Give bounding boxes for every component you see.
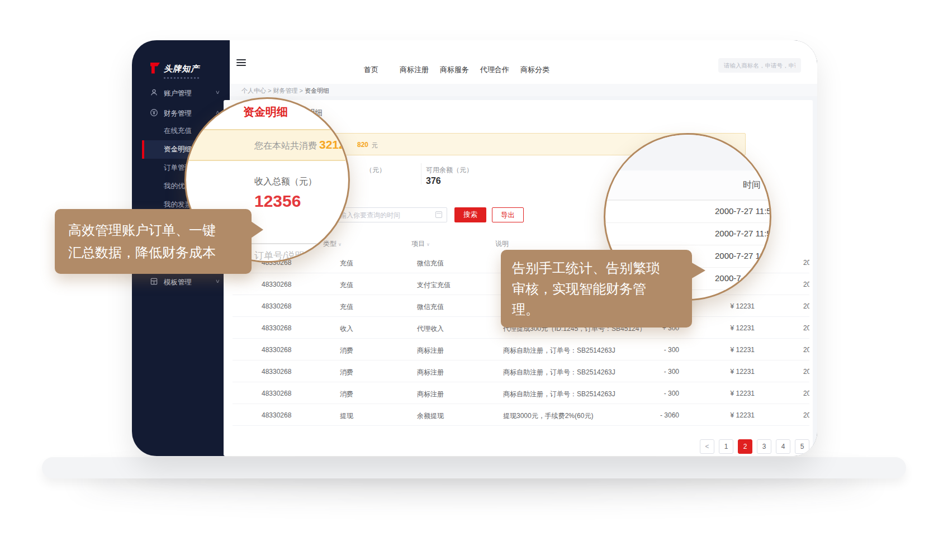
lens-banner-text: 您在本站共消费 xyxy=(254,140,317,152)
callout-arrow-icon xyxy=(251,221,263,238)
cell-desc: 商标自助注册，订单号：SB2514263J xyxy=(503,368,615,377)
cell-type: 提现 xyxy=(340,411,353,421)
callout-right: 告别手工统计、告别繁琐 审核，实现智能财务管 理。 xyxy=(501,250,692,328)
cell-order-no: 48330268 xyxy=(262,411,291,419)
top-navbar: 首页商标注册商标服务代理合作商标分类 xyxy=(230,40,817,84)
cell-amount: - 300 xyxy=(634,368,679,376)
cell-time: 2000-7-27 11:58:03 xyxy=(803,324,809,332)
callout-text: 审核，实现智能财务管 xyxy=(512,278,692,299)
cell-time: 2000-7-27 11:58:03 xyxy=(803,411,809,419)
table-row: 48330268消费商标注册商标自助注册，订单号：SB2514263J- 300… xyxy=(233,382,809,404)
table-row: 48330268消费商标注册商标自助注册，订单号：SB2514263J- 300… xyxy=(233,339,809,360)
banner-unit: 元 xyxy=(372,141,378,150)
export-button[interactable]: 导出 xyxy=(492,207,524,222)
chevron-down-icon: ∨ xyxy=(215,278,220,284)
stat-balance-label: 可用余额（元） xyxy=(426,165,473,175)
sidebar-item-label: 模板管理 xyxy=(164,278,192,287)
banner-amount: 820 xyxy=(357,141,368,149)
table-row: 48330268消费商标注册商标自助注册，订单号：SB2514263J- 300… xyxy=(233,360,809,382)
callout-left: 高效管理账户订单、一键 汇总数据，降低财务成本 xyxy=(55,209,252,274)
cell-amount: - 3060 xyxy=(634,411,679,419)
search-input[interactable] xyxy=(718,58,801,73)
lens-time-row: 2000-7-27 11:58:03 xyxy=(605,201,771,223)
cell-balance: ¥ 12231 xyxy=(710,302,755,310)
cell-balance: ¥ 12231 xyxy=(710,390,755,397)
pagination-page-5[interactable]: 5 xyxy=(795,439,809,454)
finance-icon xyxy=(150,108,158,117)
cell-project: 商标注册 xyxy=(417,390,444,399)
cell-project: 支付宝充值 xyxy=(417,281,451,290)
lens-income-label: 收入总额（元） xyxy=(254,176,317,188)
cell-desc: 商标自助注册，订单号：SB2514263J xyxy=(503,346,615,355)
cell-balance: ¥ 12231 xyxy=(710,411,755,419)
cell-desc: 提现3000元，手续费2%(60元) xyxy=(503,411,593,421)
column-header-desc: 说明 xyxy=(495,239,509,249)
lens-time-header: 时间 xyxy=(605,170,771,201)
breadcrumb-path: 个人中心 > 财务管理 > xyxy=(241,87,303,94)
logo-tagline xyxy=(164,77,201,79)
cell-time: 2000-7-27 11:58:03 xyxy=(803,302,809,310)
cell-project: 余额提现 xyxy=(417,411,444,421)
stat-divider xyxy=(421,163,421,184)
pagination-page-1[interactable]: 1 xyxy=(719,439,733,454)
template-icon xyxy=(150,277,158,286)
cell-project: 商标注册 xyxy=(417,368,444,377)
column-header-project[interactable]: 项目∨ xyxy=(411,239,430,249)
cell-type: 充值 xyxy=(340,281,353,290)
pagination-page-4[interactable]: 4 xyxy=(776,439,790,454)
cell-time: 2000-7-27 11:58:03 xyxy=(803,368,809,376)
sidebar-item-label: 账户管理 xyxy=(164,89,192,98)
cell-order-no: 48330268 xyxy=(262,324,291,332)
calendar-icon[interactable] xyxy=(435,211,442,218)
column-header-type[interactable]: 类型∨ xyxy=(323,239,342,249)
logo[interactable]: 头牌知产 xyxy=(149,61,200,76)
cell-time: 2000-7-27 11:58:03 xyxy=(803,346,809,354)
breadcrumb: 个人中心 > 财务管理 > 资金明细 xyxy=(230,84,817,96)
cell-project: 代理收入 xyxy=(417,324,444,334)
logo-icon xyxy=(149,61,161,75)
stat-mid-label: （元） xyxy=(366,165,386,175)
search-button[interactable]: 搜索 xyxy=(454,207,486,222)
chevron-down-icon: ∨ xyxy=(215,89,220,95)
lens-tab-label: 资金明细 xyxy=(243,105,288,120)
lens-income-value: 12356 xyxy=(254,192,301,211)
cell-project: 微信充值 xyxy=(417,302,444,312)
callout-text: 汇总数据，降低财务成本 xyxy=(68,241,252,264)
cell-time: 2000-7-27 11:58:03 xyxy=(803,281,809,288)
cell-type: 消费 xyxy=(340,390,353,399)
pagination-prev-button[interactable]: < xyxy=(700,439,714,454)
cell-project: 微信充值 xyxy=(417,259,444,268)
user-icon xyxy=(150,88,158,97)
cell-desc: 商标自助注册，订单号：SB2514263J xyxy=(503,390,615,399)
callout-text: 理。 xyxy=(512,299,692,320)
cell-time: 2000-7-27 11:58:03 xyxy=(803,390,809,397)
lens-time-value: 2000-7-27 11:58:03 xyxy=(715,229,771,238)
nav-item-3[interactable]: 商标服务 xyxy=(440,65,469,75)
callout-text: 告别手工统计、告别繁琐 xyxy=(512,258,692,278)
cell-balance: ¥ 12231 xyxy=(710,324,755,332)
callout-arrow-icon xyxy=(691,262,705,279)
lens-time-row: 2000-7-27 11:58:03 xyxy=(605,223,771,245)
lens-time-value: 2000-7-27 11:58:03 xyxy=(715,206,771,216)
nav-item-1[interactable]: 首页 xyxy=(364,65,378,75)
cell-amount: - 300 xyxy=(634,390,679,397)
sidebar-item-account[interactable]: 账户管理 ∨ xyxy=(132,84,230,103)
cell-type: 消费 xyxy=(340,368,353,377)
pagination-page-3[interactable]: 3 xyxy=(757,439,771,454)
cell-project: 商标注册 xyxy=(417,346,444,355)
cell-order-no: 48330268 xyxy=(262,346,291,354)
nav-item-2[interactable]: 商标注册 xyxy=(400,65,429,75)
nav-item-5[interactable]: 商标分类 xyxy=(520,65,549,75)
page: 头牌知产 账户管理 ∨ 财务管理 ∧ 在线充值资金 xyxy=(0,0,948,560)
cell-order-no: 48330268 xyxy=(262,281,291,288)
sort-icon: ∨ xyxy=(426,242,430,247)
nav-item-4[interactable]: 代理合作 xyxy=(480,65,509,75)
pagination: <12345 xyxy=(700,439,814,454)
menu-icon[interactable] xyxy=(236,59,246,67)
logo-text: 头牌知产 xyxy=(164,61,200,76)
cell-amount: - 300 xyxy=(634,346,679,354)
cell-balance: ¥ 12231 xyxy=(710,368,755,376)
laptop-base xyxy=(42,457,906,478)
pagination-page-2-active[interactable]: 2 xyxy=(738,439,752,454)
sidebar-item-template[interactable]: 模板管理 ∨ xyxy=(132,273,230,292)
